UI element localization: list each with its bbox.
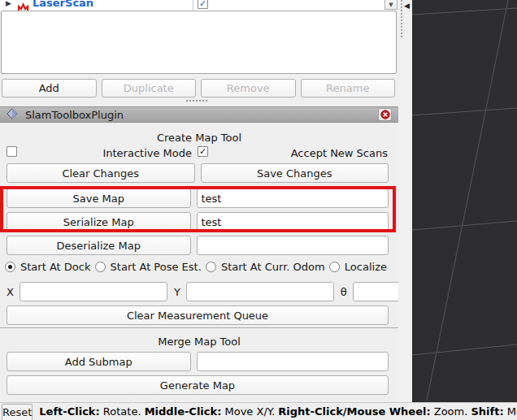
x-label: X xyxy=(7,286,14,298)
displays-list[interactable] xyxy=(1,11,397,74)
panel-splitter[interactable]: ◀ xyxy=(398,0,412,402)
save-changes-button[interactable]: Save Changes xyxy=(201,163,389,183)
display-label: LaserScan xyxy=(33,0,93,9)
duplicate-button[interactable]: Duplicate xyxy=(102,79,197,97)
radio-icon[interactable] xyxy=(206,262,216,272)
generate-map-button[interactable]: Generate Map xyxy=(7,375,389,395)
splitter-grip-icon[interactable] xyxy=(186,100,207,102)
close-icon xyxy=(380,110,390,119)
display-enabled-checkbox[interactable]: ✓ xyxy=(198,0,208,9)
expander-triangle-icon[interactable]: ▶ xyxy=(6,0,11,7)
accept-new-scans-label: Accept New Scans xyxy=(291,147,388,159)
radio-label: Localize xyxy=(345,261,387,273)
y-label: Y xyxy=(174,286,180,298)
radio-icon[interactable] xyxy=(5,262,15,272)
serialize-map-input[interactable] xyxy=(197,212,389,232)
y-input[interactable] xyxy=(186,282,334,301)
deserialize-map-button[interactable]: Deserialize Map xyxy=(7,236,191,255)
serialize-map-button[interactable]: Serialize Map xyxy=(7,212,191,232)
add-button[interactable]: Add xyxy=(2,79,97,97)
deserialize-map-input[interactable] xyxy=(197,236,389,255)
displays-button-row: Add Duplicate Remove Rename xyxy=(2,79,395,97)
section-divider xyxy=(0,327,398,328)
pose-y-group: Y xyxy=(174,282,334,301)
remove-button[interactable]: Remove xyxy=(201,79,296,97)
add-submap-row: Add Submap xyxy=(7,352,389,371)
rviz-window: ▶ LaserScan ✓ ▼ Add Duplicate Remove Ren… xyxy=(0,0,517,420)
clear-queue-row: Clear Measurement Queue xyxy=(7,305,389,325)
radio-start-at-pose-est[interactable]: Start At Pose Est. xyxy=(95,261,202,273)
radio-icon[interactable] xyxy=(329,262,340,272)
tree-column-divider xyxy=(193,0,193,11)
pose-x-group: X xyxy=(7,282,167,301)
display-row-laserscan[interactable]: ▶ LaserScan ✓ ▼ xyxy=(0,0,398,11)
changes-row: Clear Changes Save Changes xyxy=(7,163,389,183)
radio-label: Start At Curr. Odom xyxy=(221,261,325,273)
create-map-tool-title: Create Map Tool xyxy=(0,132,398,144)
save-map-input[interactable] xyxy=(197,188,389,208)
radio-label: Start At Dock xyxy=(20,261,90,273)
radio-start-at-dock[interactable]: Start At Dock xyxy=(5,261,90,273)
left-panel: ▶ LaserScan ✓ ▼ Add Duplicate Remove Ren… xyxy=(0,0,398,402)
start-options-row: Start At DockStart At Pose Est.Start At … xyxy=(5,260,387,273)
close-panel-button[interactable] xyxy=(378,108,392,121)
rename-button[interactable]: Rename xyxy=(301,79,396,97)
scroll-down-icon: ▼ xyxy=(389,2,393,8)
serialize-map-row: Serialize Map xyxy=(7,212,389,232)
grid-lines xyxy=(412,0,517,402)
generate-map-row: Generate Map xyxy=(7,375,389,395)
accept-new-scans-checkbox[interactable]: ✓ xyxy=(198,146,208,157)
collapse-arrow-icon[interactable]: ◀ xyxy=(404,2,410,10)
radio-start-at-curr-odom[interactable]: Start At Curr. Odom xyxy=(206,261,325,273)
clear-measurement-queue-button[interactable]: Clear Measurement Queue xyxy=(7,305,389,325)
save-map-row: Save Map xyxy=(7,188,389,208)
interactive-mode-checkbox[interactable]: ✓ xyxy=(7,146,17,157)
x-input[interactable] xyxy=(20,282,167,301)
plugin-diamond-icon xyxy=(7,107,18,123)
statusbar-help-text: Left-Click: Rotate. Middle-Click: Move X… xyxy=(39,405,517,418)
splitter-dots-icon xyxy=(401,0,402,37)
pose-row: X Y θ xyxy=(7,282,389,301)
add-submap-input[interactable] xyxy=(197,352,389,371)
deserialize-map-row: Deserialize Map xyxy=(7,236,389,255)
plugin-title: SlamToolboxPlugin xyxy=(25,109,124,121)
laserscan-icon xyxy=(18,0,28,11)
radio-localize[interactable]: Localize xyxy=(329,261,387,273)
save-map-button[interactable]: Save Map xyxy=(7,188,191,208)
merge-map-tool-title: Merge Map Tool xyxy=(0,336,398,348)
clear-changes-button[interactable]: Clear Changes xyxy=(7,163,195,183)
add-submap-button[interactable]: Add Submap xyxy=(7,352,191,371)
radio-icon[interactable] xyxy=(95,262,106,272)
theta-label: θ xyxy=(341,286,347,298)
scrollbar-button[interactable]: ▼ xyxy=(384,0,398,10)
plugin-header: SlamToolboxPlugin xyxy=(0,106,398,123)
3d-viewport[interactable] xyxy=(412,0,517,402)
radio-label: Start At Pose Est. xyxy=(111,261,202,273)
status-bar: Reset Left-Click: Rotate. Middle-Click: … xyxy=(0,402,517,420)
reset-button[interactable]: Reset xyxy=(2,404,33,420)
interactive-mode-label: Interactive Mode xyxy=(102,147,192,159)
